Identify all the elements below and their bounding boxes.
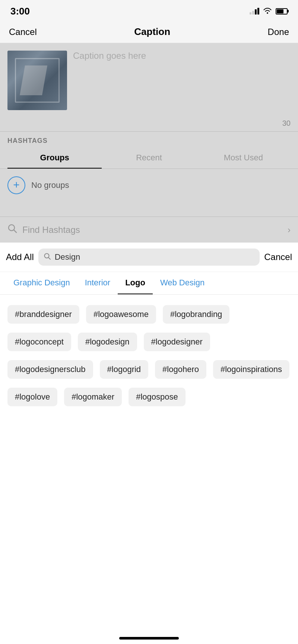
category-tab-graphic-design[interactable]: Graphic Design bbox=[6, 272, 77, 294]
caption-area[interactable]: Caption goes here bbox=[0, 43, 298, 118]
caption-placeholder: Caption goes here bbox=[73, 51, 146, 61]
no-groups-text: No groups bbox=[31, 180, 69, 190]
hashtags-section: HASHTAGS Groups Recent Most Used + No gr… bbox=[0, 131, 298, 243]
no-groups-row: + No groups bbox=[0, 169, 298, 202]
hashtag-chip-logodesignersclub[interactable]: #logodesignersclub bbox=[7, 360, 93, 379]
search-input[interactable] bbox=[55, 252, 255, 262]
hashtags-label: HASHTAGS bbox=[0, 132, 298, 148]
char-count-row: 30 bbox=[0, 118, 298, 131]
find-hashtags-row[interactable]: Find Hashtags › bbox=[0, 217, 298, 243]
bottom-space bbox=[0, 419, 298, 449]
hashtag-chip-branddesigner[interactable]: #branddesigner bbox=[7, 305, 79, 324]
add-all-button[interactable]: Add All bbox=[6, 252, 34, 262]
hashtag-chip-logoinspirations[interactable]: #logoinspirations bbox=[213, 360, 289, 379]
status-time: 3:00 bbox=[10, 6, 30, 17]
hashtag-chip-logodesigner[interactable]: #logodesigner bbox=[144, 333, 210, 351]
caption-image bbox=[7, 51, 67, 110]
search-icon bbox=[7, 224, 17, 236]
category-tab-logo[interactable]: Logo bbox=[118, 272, 153, 294]
hashtag-chip-logolove[interactable]: #logolove bbox=[7, 388, 57, 406]
hashtag-tabs-row: Groups Recent Most Used bbox=[0, 148, 298, 169]
hashtags-grid: #branddesigner #logoawesome #logobrandin… bbox=[0, 295, 298, 419]
plus-icon: + bbox=[13, 179, 20, 190]
category-tab-interior[interactable]: Interior bbox=[77, 272, 118, 294]
signal-bars-icon bbox=[250, 8, 259, 15]
hashtag-chip-logobranding[interactable]: #logobranding bbox=[163, 305, 229, 324]
battery-icon bbox=[276, 8, 288, 15]
search-input-wrapper[interactable] bbox=[38, 249, 260, 266]
search-input-icon bbox=[44, 253, 51, 262]
hashtag-chip-logohero[interactable]: #logohero bbox=[155, 360, 206, 379]
tab-most-used[interactable]: Most Used bbox=[196, 148, 291, 169]
done-button[interactable]: Done bbox=[268, 27, 289, 37]
hashtag-chip-logoawesome[interactable]: #logoawesome bbox=[86, 305, 156, 324]
wifi-icon bbox=[263, 7, 272, 16]
chevron-right-icon: › bbox=[288, 225, 291, 235]
find-hashtags-text: Find Hashtags bbox=[22, 225, 282, 235]
status-bar: 3:00 bbox=[0, 0, 298, 21]
nav-bar: Cancel Caption Done bbox=[0, 21, 298, 43]
search-cancel-button[interactable]: Cancel bbox=[264, 252, 292, 262]
hashtag-chip-logodesign[interactable]: #logodesign bbox=[78, 333, 137, 351]
hashtag-chip-logospose[interactable]: #logospose bbox=[129, 388, 186, 406]
category-tab-web-design[interactable]: Web Design bbox=[153, 272, 212, 294]
svg-line-3 bbox=[48, 257, 50, 259]
tab-groups[interactable]: Groups bbox=[7, 148, 102, 169]
hashtag-chip-logomaker[interactable]: #logomaker bbox=[64, 388, 122, 406]
page-title: Caption bbox=[134, 26, 170, 38]
char-count: 30 bbox=[282, 119, 291, 128]
hashtags-grid-row: #branddesigner #logoawesome #logobrandin… bbox=[7, 305, 291, 408]
hashtag-chip-logoconcept[interactable]: #logoconcept bbox=[7, 333, 71, 351]
svg-line-1 bbox=[14, 230, 16, 233]
home-indicator bbox=[119, 637, 179, 640]
hashtag-chip-logogrid[interactable]: #logogrid bbox=[100, 360, 149, 379]
category-tabs: Graphic Design Interior Logo Web Design bbox=[0, 272, 298, 295]
search-bar-area: Add All Cancel bbox=[0, 243, 298, 272]
cancel-button[interactable]: Cancel bbox=[9, 27, 37, 37]
status-icons bbox=[250, 7, 288, 16]
caption-text-field[interactable]: Caption goes here bbox=[73, 51, 291, 110]
add-group-button[interactable]: + bbox=[7, 176, 25, 194]
hashtags-spacer bbox=[0, 202, 298, 217]
tab-recent[interactable]: Recent bbox=[102, 148, 196, 169]
